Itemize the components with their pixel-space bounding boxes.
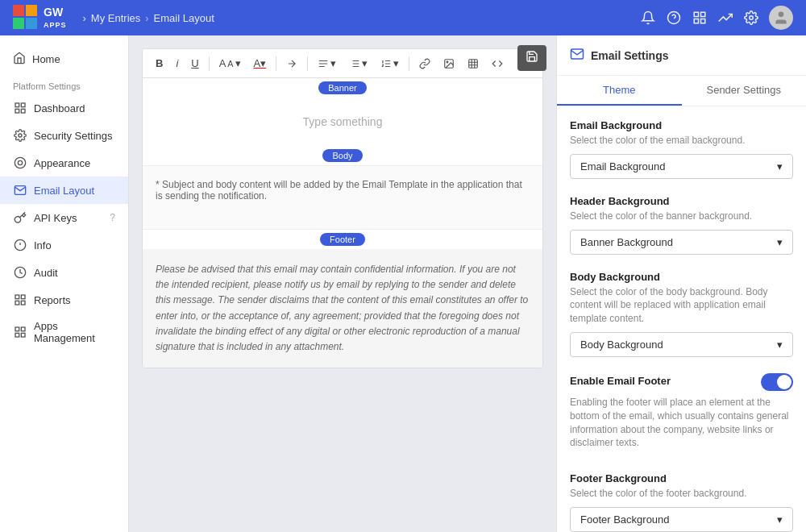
toolbar-sep-2 [276, 56, 276, 71]
footer-badge: Footer [320, 233, 365, 246]
key-icon [13, 210, 27, 225]
top-nav-right [640, 6, 793, 30]
svg-rect-6 [694, 12, 698, 16]
svg-rect-9 [694, 19, 698, 23]
dashboard-icon [13, 101, 27, 115]
font-size-button[interactable]: AA▾ [214, 54, 246, 73]
sidebar-section-label: Platform Settings [0, 73, 128, 94]
body-note: * Subject and body content will be added… [156, 179, 530, 202]
sidebar-item-info[interactable]: Info [0, 231, 128, 259]
svg-rect-12 [15, 103, 19, 107]
sidebar-label: Info [34, 239, 52, 251]
footer-background-group: Footer Background Select the color of th… [570, 472, 793, 532]
chevron-down-icon-4: ▾ [777, 513, 783, 526]
sidebar-label: Dashboard [34, 102, 85, 114]
email-background-desc: Select the color of the email background… [570, 134, 793, 148]
svg-rect-2 [13, 18, 24, 29]
body-background-group: Body Background Select the color of the … [570, 271, 793, 357]
banner-badge: Banner [318, 81, 366, 94]
help-icon[interactable] [666, 10, 682, 26]
bell-icon[interactable] [640, 10, 656, 26]
email-editor-container: B i U AA▾ A▾ ▾ ▾ [142, 48, 543, 368]
enable-footer-desc: Enabling the footer will place an elemen… [570, 396, 793, 450]
svg-rect-0 [13, 5, 24, 16]
image-button[interactable] [438, 55, 459, 73]
svg-point-18 [18, 160, 22, 164]
grid-icon[interactable] [692, 10, 708, 26]
table-button[interactable] [463, 55, 484, 73]
unordered-list-button[interactable]: ▾ [344, 54, 372, 73]
svg-rect-14 [21, 109, 25, 113]
tabs-row: Theme Sender Settings [557, 76, 806, 106]
sidebar-item-audit[interactable]: Audit [0, 259, 128, 286]
svg-point-16 [19, 134, 22, 137]
help-circle-icon[interactable]: ? [110, 212, 115, 223]
banner-area[interactable]: Type something [143, 98, 542, 146]
footer-label-bar: Footer [143, 230, 542, 249]
link-button[interactable] [414, 55, 435, 73]
clear-format-button[interactable] [281, 55, 302, 73]
tab-sender-settings[interactable]: Sender Settings [682, 76, 807, 106]
body-area: * Subject and body content will be added… [143, 165, 542, 230]
bold-button[interactable]: B [151, 54, 168, 73]
breadcrumb-separator-2: › [145, 12, 148, 24]
svg-point-45 [447, 61, 448, 63]
editor-toolbar: B i U AA▾ A▾ ▾ ▾ [143, 49, 542, 78]
breadcrumb-my-entries[interactable]: My Entries [91, 12, 140, 24]
trending-icon[interactable] [717, 10, 733, 26]
user-avatar[interactable] [769, 6, 793, 30]
sidebar-label: Reports [34, 294, 71, 306]
toolbar-sep-4 [409, 56, 409, 71]
header-background-title: Header Background [570, 195, 793, 207]
chevron-down-icon-3: ▾ [777, 339, 783, 351]
svg-point-11 [779, 12, 784, 18]
footer-background-dropdown[interactable]: Footer Background ▾ [570, 507, 793, 532]
svg-rect-7 [701, 12, 705, 16]
main-content: B i U AA▾ A▾ ▾ ▾ [129, 35, 806, 532]
align-button[interactable]: ▾ [313, 54, 341, 73]
sidebar-item-home[interactable]: Home [0, 45, 128, 73]
toggle-row: Enable Email Footer [570, 373, 793, 391]
svg-rect-46 [469, 59, 478, 68]
tab-theme[interactable]: Theme [557, 76, 682, 106]
code-button[interactable] [487, 55, 508, 73]
reports-icon [13, 293, 27, 307]
email-background-dropdown[interactable]: Email Background ▾ [570, 154, 793, 179]
underline-button[interactable]: U [186, 54, 203, 73]
footer-area[interactable]: Please be advised that this email may co… [143, 249, 542, 368]
save-button[interactable] [517, 45, 546, 71]
sidebar-item-apps-management[interactable]: Apps Management [0, 314, 128, 351]
sidebar-label: Email Layout [34, 185, 94, 197]
apps-icon [13, 325, 27, 339]
home-label: Home [32, 53, 60, 65]
header-background-dropdown[interactable]: Banner Background ▾ [570, 230, 793, 255]
svg-rect-23 [15, 295, 19, 299]
email-background-group: Email Background Select the color of the… [570, 119, 793, 179]
enable-footer-toggle[interactable] [761, 373, 793, 391]
chevron-down-icon: ▾ [777, 160, 783, 172]
svg-rect-1 [26, 5, 37, 16]
toolbar-sep [209, 56, 210, 71]
font-color-button[interactable]: A▾ [249, 54, 272, 73]
breadcrumb-email-layout[interactable]: Email Layout [154, 12, 214, 24]
right-panel-header: Email Settings [557, 35, 806, 76]
sidebar-item-email-layout[interactable]: Email Layout [0, 177, 128, 204]
svg-rect-27 [15, 327, 19, 331]
header-background-desc: Select the color of the banner backgroun… [570, 210, 793, 223]
sidebar-item-appearance[interactable]: Appearance [0, 149, 128, 177]
svg-rect-26 [15, 301, 19, 305]
header-background-group: Header Background Select the color of th… [570, 195, 793, 255]
sidebar-item-reports[interactable]: Reports [0, 286, 128, 314]
body-background-dropdown[interactable]: Body Background ▾ [570, 332, 793, 357]
logo: GWAPPS [13, 5, 67, 31]
sidebar-item-security-settings[interactable]: Security Settings [0, 122, 128, 149]
home-icon [13, 52, 26, 67]
italic-button[interactable]: i [171, 54, 183, 73]
breadcrumb: › My Entries › Email Layout [83, 12, 214, 24]
sidebar-item-dashboard[interactable]: Dashboard [0, 94, 128, 122]
sidebar-item-api-keys[interactable]: API Keys ? [0, 204, 128, 231]
svg-rect-28 [21, 327, 25, 331]
ordered-list-button[interactable]: ▾ [376, 54, 404, 73]
settings-icon[interactable] [743, 10, 759, 26]
app-body: Home Platform Settings Dashboard Securit… [0, 35, 806, 532]
